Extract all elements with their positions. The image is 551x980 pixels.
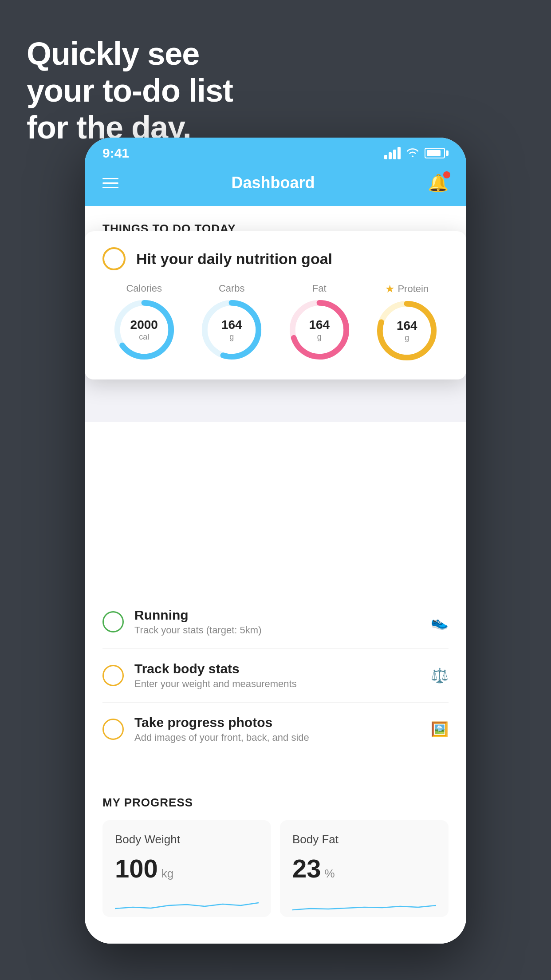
- progress-card-unit-0: kg: [161, 867, 173, 881]
- todo-text-1: Track body stats Enter your weight and m…: [134, 661, 420, 690]
- donut-value-calories: 2000: [130, 317, 158, 332]
- donut-value-carbs: 164: [221, 317, 242, 332]
- todo-icon-0: 👟: [431, 613, 449, 630]
- hero-text: Quickly see your to-do list for the day.: [27, 36, 233, 146]
- donut-center-carbs: 164 g: [221, 317, 242, 342]
- macro-label-calories: Calories: [126, 283, 162, 294]
- todo-list: Running Track your stats (target: 5km) 👟…: [85, 595, 466, 756]
- donut-center-calories: 2000 cal: [130, 317, 158, 342]
- status-time: 9:41: [102, 146, 129, 161]
- nutrition-circle-check: [102, 247, 126, 270]
- donut-unit-protein: g: [397, 333, 417, 343]
- todo-circle-2: [102, 719, 124, 740]
- todo-text-2: Take progress photos Add images of your …: [134, 715, 420, 743]
- wifi-icon: [406, 146, 419, 160]
- progress-card-0[interactable]: Body Weight 100 kg: [102, 820, 271, 917]
- todo-icon-2: 🖼️: [431, 721, 449, 738]
- todo-text-0: Running Track your stats (target: 5km): [134, 608, 420, 636]
- header-title: Dashboard: [231, 174, 315, 192]
- progress-card-title-0: Body Weight: [115, 833, 259, 846]
- app-body: THINGS TO DO TODAY Hit your daily nutrit…: [85, 206, 466, 944]
- sparkline-1: [292, 889, 436, 915]
- todo-circle-0: [102, 611, 124, 632]
- donut-calories: 2000 cal: [113, 299, 175, 361]
- donut-center-fat: 164 g: [309, 317, 330, 342]
- progress-cards: Body Weight 100 kg Body Fat 23 %: [102, 820, 449, 917]
- progress-card-value-1: 23 %: [292, 854, 436, 883]
- todo-item-2[interactable]: Take progress photos Add images of your …: [102, 703, 449, 756]
- star-icon: ★: [385, 283, 395, 295]
- todo-subtitle-0: Track your stats (target: 5km): [134, 624, 420, 636]
- notification-button[interactable]: 🔔: [428, 173, 449, 193]
- donut-unit-calories: cal: [130, 332, 158, 342]
- status-bar: 9:41: [85, 138, 466, 164]
- battery-icon: [425, 148, 449, 158]
- notification-badge: [443, 171, 450, 178]
- macro-item-calories: Calories 2000 cal: [113, 283, 175, 361]
- menu-icon[interactable]: [102, 178, 118, 188]
- donut-center-protein: 164 g: [397, 318, 417, 343]
- nutrition-macros: Calories 2000 cal Carbs 164 g Fat 164 g …: [102, 283, 449, 362]
- progress-card-value-0: 100 kg: [115, 854, 259, 883]
- todo-subtitle-2: Add images of your front, back, and side: [134, 732, 420, 743]
- progress-section: MY PROGRESS Body Weight 100 kg Body Fat …: [85, 778, 466, 917]
- todo-title-0: Running: [134, 608, 420, 623]
- nutrition-card: Hit your daily nutrition goal Calories 2…: [85, 231, 466, 379]
- todo-icon-1: ⚖️: [431, 667, 449, 684]
- sparkline-0: [115, 889, 259, 915]
- nutrition-card-header: Hit your daily nutrition goal: [102, 247, 449, 270]
- macro-label-carbs: Carbs: [219, 283, 245, 294]
- todo-item-0[interactable]: Running Track your stats (target: 5km) 👟: [102, 595, 449, 649]
- progress-card-title-1: Body Fat: [292, 833, 436, 846]
- donut-protein: 164 g: [376, 300, 438, 362]
- macro-item-fat: Fat 164 g: [288, 283, 350, 361]
- macro-label-fat: Fat: [312, 283, 327, 294]
- phone-mockup: 9:41 Dashboard 🔔: [85, 138, 466, 944]
- todo-subtitle-1: Enter your weight and measurements: [134, 678, 420, 690]
- app-header: Dashboard 🔔: [85, 164, 466, 206]
- progress-card-unit-1: %: [325, 867, 335, 881]
- donut-unit-fat: g: [309, 332, 330, 342]
- donut-value-fat: 164: [309, 317, 330, 332]
- progress-value-number-0: 100: [115, 854, 158, 883]
- nutrition-title: Hit your daily nutrition goal: [136, 250, 332, 268]
- todo-title-1: Track body stats: [134, 661, 420, 676]
- status-icons: [384, 146, 449, 160]
- donut-carbs: 164 g: [201, 299, 263, 361]
- signal-icon: [384, 147, 401, 159]
- progress-title: MY PROGRESS: [102, 796, 449, 810]
- todo-circle-1: [102, 665, 124, 686]
- macro-item-carbs: Carbs 164 g: [201, 283, 263, 361]
- progress-value-number-1: 23: [292, 854, 321, 883]
- todo-item-1[interactable]: Track body stats Enter your weight and m…: [102, 649, 449, 703]
- donut-fat: 164 g: [288, 299, 350, 361]
- macro-item-protein: ★Protein 164 g: [376, 283, 438, 362]
- progress-card-1[interactable]: Body Fat 23 %: [280, 820, 449, 917]
- todo-title-2: Take progress photos: [134, 715, 420, 730]
- donut-unit-carbs: g: [221, 332, 242, 342]
- donut-value-protein: 164: [397, 318, 417, 333]
- macro-label-protein: ★Protein: [385, 283, 429, 295]
